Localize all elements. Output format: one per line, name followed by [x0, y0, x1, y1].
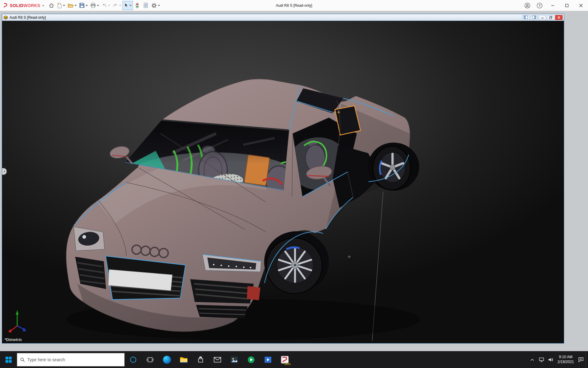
- volume-icon: [548, 357, 553, 362]
- dropdown-arrow-icon[interactable]: [85, 5, 88, 6]
- taskbar-app-file-explorer[interactable]: [175, 351, 192, 368]
- quick-access-toolbar: [47, 0, 161, 11]
- taskbar-clock[interactable]: 9:10 AM 2/19/2021: [555, 351, 576, 368]
- dropdown-arrow-icon[interactable]: [74, 5, 77, 6]
- task-view-icon: [147, 356, 153, 363]
- save-icon: [79, 3, 85, 8]
- document-titlebar[interactable]: Audi R8 S [Read-only]: [2, 14, 564, 21]
- doc-restore-button[interactable]: [547, 15, 554, 20]
- redo-button[interactable]: [111, 1, 123, 10]
- home-icon: [49, 3, 54, 8]
- file-explorer-icon: [180, 356, 188, 363]
- window-controls: ?: [521, 0, 588, 11]
- taskbar-app-movies-tv[interactable]: [259, 351, 276, 368]
- redo-icon: [113, 3, 118, 8]
- tray-expand-button[interactable]: [528, 351, 537, 368]
- save-button[interactable]: [78, 1, 89, 10]
- close-button[interactable]: [574, 0, 588, 11]
- file-properties-button[interactable]: [141, 1, 150, 10]
- doc-minimize-icon: [541, 16, 544, 19]
- undo-icon: [102, 3, 107, 8]
- mail-icon: [214, 357, 221, 362]
- open-button[interactable]: [66, 1, 78, 10]
- print-button[interactable]: [89, 1, 100, 10]
- start-button[interactable]: [0, 351, 17, 368]
- account-button[interactable]: [521, 0, 533, 11]
- rebuild-button[interactable]: [133, 1, 141, 10]
- movies-tv-icon: [264, 356, 272, 363]
- undo-button[interactable]: [100, 1, 111, 10]
- app-titlebar: SOLIDWORKS ▸: [0, 0, 588, 11]
- maximize-button[interactable]: [560, 0, 574, 11]
- svg-text:?: ?: [539, 4, 541, 7]
- select-arrow-icon: [124, 3, 128, 8]
- dropdown-arrow-icon[interactable]: [129, 5, 132, 6]
- pane-right-icon: [532, 16, 536, 19]
- chevron-up-icon: [530, 358, 534, 361]
- right-intake[interactable]: [190, 279, 254, 318]
- doc-pane-left-button[interactable]: [522, 15, 530, 20]
- featuremanager-expand-tab[interactable]: ◂: [2, 168, 7, 175]
- taskbar-app-edge[interactable]: [158, 351, 175, 368]
- taskbar-app-mail[interactable]: [209, 351, 226, 368]
- maximize-icon: [565, 4, 569, 7]
- edge-icon: [163, 356, 171, 364]
- rebuild-icon: [135, 3, 139, 8]
- network-icon: [539, 357, 544, 362]
- doc-close-icon: [557, 16, 560, 19]
- clock-time: 9:10 AM: [559, 355, 572, 360]
- new-document-icon: [57, 3, 62, 8]
- taskbar-app-solidworks[interactable]: 2021: [276, 351, 293, 368]
- brand-text-light: WORKS: [23, 3, 40, 8]
- solidworks-logo: SOLIDWORKS: [0, 3, 42, 8]
- open-icon: [68, 3, 74, 8]
- select-tool-button[interactable]: [123, 1, 133, 10]
- tray-network-button[interactable]: [537, 351, 546, 368]
- dropdown-arrow-icon[interactable]: [108, 5, 110, 6]
- dropdown-arrow-icon[interactable]: [158, 5, 160, 6]
- doc-restore-icon: [549, 16, 552, 19]
- red-splitter-accent: [247, 286, 260, 301]
- dropdown-arrow-icon[interactable]: [119, 5, 121, 6]
- help-button[interactable]: ?: [533, 0, 546, 11]
- action-center-button[interactable]: [576, 351, 586, 368]
- search-icon: [20, 357, 25, 362]
- flyout-arrow-icon[interactable]: ▸: [42, 4, 47, 7]
- show-desktop-button[interactable]: [586, 351, 588, 368]
- left-mirror[interactable]: [109, 145, 132, 163]
- 3d-model-canvas[interactable]: [2, 21, 564, 343]
- rear-wheel[interactable]: [368, 143, 419, 191]
- dropdown-arrow-icon[interactable]: [97, 5, 99, 6]
- doc-pane-right-button[interactable]: [530, 15, 538, 20]
- options-button[interactable]: [150, 1, 161, 10]
- doc-close-button[interactable]: [555, 15, 563, 20]
- taskbar-search[interactable]: [17, 353, 125, 366]
- graphics-viewport[interactable]: *Dimetric ◂: [2, 21, 564, 343]
- cortana-button[interactable]: [125, 351, 141, 368]
- taskbar-app-photos[interactable]: [226, 351, 243, 368]
- system-tray: 9:10 AM 2/19/2021: [528, 351, 588, 368]
- help-icon: ?: [537, 2, 543, 9]
- part-document-icon: [3, 15, 8, 20]
- store-icon: [197, 356, 204, 363]
- tray-volume-button[interactable]: [546, 351, 555, 368]
- search-input[interactable]: [27, 357, 121, 362]
- view-orientation-label: *Dimetric: [5, 337, 22, 342]
- front-wheel[interactable]: [264, 231, 329, 293]
- minimize-button[interactable]: [546, 0, 560, 11]
- taskbar-app-media-player[interactable]: [243, 351, 259, 368]
- new-document-button[interactable]: [56, 1, 66, 10]
- minimize-icon: [551, 4, 555, 7]
- dropdown-arrow-icon[interactable]: [63, 5, 65, 6]
- home-button[interactable]: [47, 1, 56, 10]
- media-player-icon: [247, 356, 255, 363]
- user-account-icon: [524, 2, 530, 9]
- action-center-icon: [578, 357, 584, 362]
- chevron-left-icon: ◂: [4, 170, 5, 173]
- document-window: Audi R8 S [Read-only]: [2, 14, 564, 343]
- task-view-button[interactable]: [141, 351, 158, 368]
- doc-minimize-button[interactable]: [539, 15, 546, 20]
- windows-logo-icon: [5, 356, 12, 363]
- taskbar-app-store[interactable]: [192, 351, 209, 368]
- mdi-background: Audi R8 S [Read-only]: [0, 11, 588, 351]
